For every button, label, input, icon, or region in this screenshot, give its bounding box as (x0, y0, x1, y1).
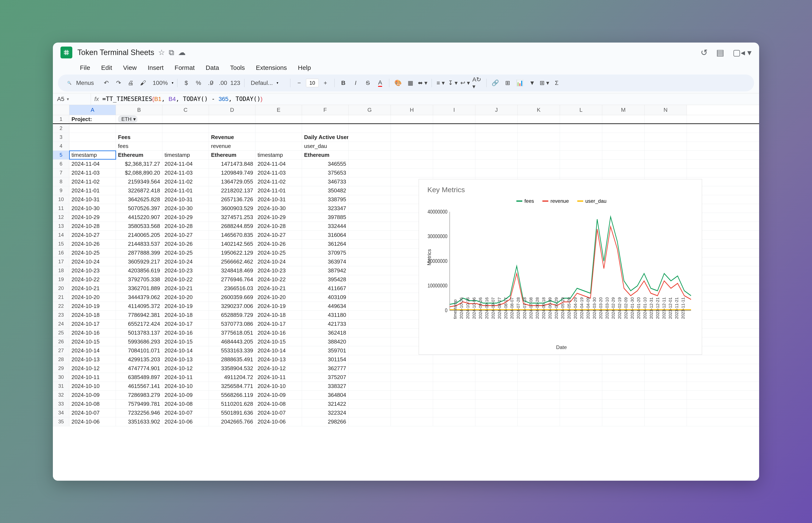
cell[interactable]: 2024-10-24 (69, 257, 116, 266)
filter-views-icon[interactable]: ⊞ ▾ (540, 78, 550, 88)
cell[interactable]: 2140065.205 (116, 231, 163, 239)
zoom-dropdown[interactable]: 100% ▾ (150, 79, 173, 86)
cell[interactable]: 2218202.137 (209, 186, 256, 195)
cell[interactable]: 2024-10-17 (256, 320, 302, 328)
cell[interactable]: 359701 (302, 346, 348, 355)
cell[interactable]: 7786942.381 (116, 311, 163, 319)
cell[interactable] (560, 115, 602, 123)
cell[interactable] (475, 391, 518, 399)
cell[interactable]: 346555 (302, 160, 348, 168)
horizontal-align-icon[interactable]: ≡ ▾ (436, 78, 446, 88)
cell[interactable] (475, 355, 518, 364)
menu-help[interactable]: Help (296, 63, 314, 72)
row-header[interactable]: 29 (53, 364, 69, 373)
cell[interactable]: 2024-11-01 (256, 186, 302, 195)
cell[interactable]: 2024-10-11 (69, 373, 116, 382)
row-header[interactable]: 11 (53, 204, 69, 213)
cell[interactable] (391, 160, 433, 168)
cell[interactable]: 2024-10-16 (256, 328, 302, 337)
cell[interactable] (560, 409, 602, 417)
cell[interactable] (391, 168, 433, 177)
row-header[interactable]: 3 (53, 133, 69, 142)
comments-icon[interactable]: ▤ (716, 48, 724, 57)
row-header[interactable]: 5 (53, 151, 69, 159)
merge-cells-icon[interactable]: ⬌ ▾ (418, 78, 428, 88)
cell[interactable]: 322324 (302, 409, 348, 417)
cell[interactable]: revenue (209, 142, 256, 150)
cell[interactable] (348, 311, 391, 319)
row-header[interactable]: 14 (53, 231, 69, 239)
cell[interactable] (475, 417, 518, 426)
row-header[interactable]: 16 (53, 249, 69, 257)
cell[interactable]: 2024-10-23 (256, 266, 302, 275)
cell[interactable] (69, 133, 116, 142)
cell[interactable] (433, 391, 475, 399)
cell[interactable]: Daily Active Users (302, 133, 348, 142)
row-header[interactable]: 2 (53, 124, 69, 133)
cell[interactable] (518, 142, 560, 150)
cell[interactable]: 3351633.902 (116, 417, 163, 426)
column-header[interactable]: K (518, 105, 560, 115)
cell[interactable]: 3248418.469 (209, 266, 256, 275)
font-size-input[interactable] (306, 79, 319, 87)
cell[interactable]: 2024-10-13 (163, 355, 209, 364)
cell[interactable] (602, 373, 644, 382)
cell[interactable]: 2024-11-01 (163, 186, 209, 195)
cell[interactable] (560, 124, 602, 133)
row-header[interactable]: 12 (53, 213, 69, 222)
row-header[interactable]: 26 (53, 337, 69, 346)
cell[interactable]: 332444 (302, 222, 348, 231)
document-title[interactable]: Token Terminal Sheets (77, 48, 154, 57)
cell[interactable]: 2024-11-04 (256, 160, 302, 168)
cell[interactable]: 3274571.253 (209, 213, 256, 222)
column-header[interactable]: A (69, 105, 116, 115)
history-icon[interactable]: ↺ (701, 48, 708, 57)
cell[interactable]: 2024-10-27 (69, 231, 116, 239)
cell[interactable]: 4203856.619 (116, 266, 163, 275)
cell[interactable]: 2024-10-28 (256, 222, 302, 231)
cell[interactable]: 2024-10-24 (163, 257, 209, 266)
borders-icon[interactable]: ▦ (405, 78, 416, 88)
cell[interactable]: 3226872.418 (116, 186, 163, 195)
cell[interactable]: 2366516.03 (209, 284, 256, 293)
star-icon[interactable]: ☆ (158, 48, 165, 57)
column-header[interactable]: B (116, 105, 163, 115)
cell[interactable] (560, 168, 602, 177)
cell[interactable]: 2024-10-19 (163, 302, 209, 310)
cell[interactable]: 2024-10-06 (69, 417, 116, 426)
column-header[interactable]: C (163, 105, 209, 115)
cell[interactable]: 2024-10-29 (69, 213, 116, 222)
cell[interactable] (391, 124, 433, 133)
cell[interactable] (475, 364, 518, 373)
menu-data[interactable]: Data (203, 63, 222, 72)
cell[interactable] (518, 124, 560, 133)
cell[interactable] (518, 409, 560, 417)
cell[interactable] (433, 151, 475, 159)
column-header[interactable]: L (560, 105, 602, 115)
cell[interactable] (391, 382, 433, 391)
cell[interactable] (560, 382, 602, 391)
cell[interactable]: 2024-10-19 (256, 302, 302, 310)
cell[interactable]: 2024-10-28 (163, 222, 209, 231)
cell[interactable] (348, 284, 391, 293)
cell[interactable]: 338327 (302, 382, 348, 391)
cell[interactable] (116, 124, 163, 133)
row-header[interactable]: 19 (53, 275, 69, 284)
cell[interactable] (602, 160, 644, 168)
cell[interactable] (560, 151, 602, 159)
row-header[interactable]: 30 (53, 373, 69, 382)
cell[interactable]: 2024-10-13 (256, 355, 302, 364)
cell[interactable] (518, 382, 560, 391)
cell[interactable] (475, 160, 518, 168)
menu-tools[interactable]: Tools (228, 63, 247, 72)
cell[interactable]: 1402142.565 (209, 239, 256, 248)
cell[interactable] (348, 257, 391, 266)
cell[interactable]: 7286983.279 (116, 391, 163, 399)
cell[interactable]: 338795 (302, 195, 348, 204)
cell[interactable] (475, 382, 518, 391)
cell[interactable] (348, 133, 391, 142)
cell[interactable] (256, 124, 302, 133)
row-header[interactable]: 24 (53, 320, 69, 328)
cell[interactable] (475, 142, 518, 150)
cell[interactable]: 375653 (302, 168, 348, 177)
